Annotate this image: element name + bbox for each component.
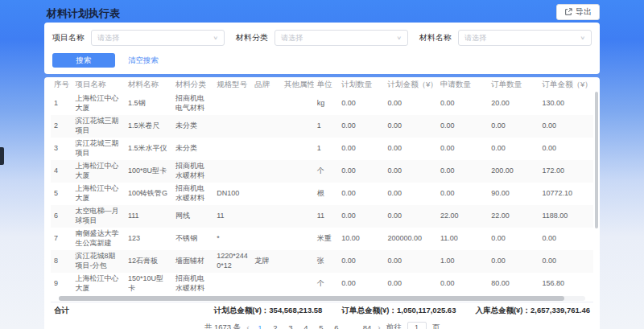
table-cell: 172.00 [539,160,594,183]
table-row[interactable]: 1上海松江中心大厦1.5钢招商机电 电气材料kg0.000.000.0020.0… [51,93,593,115]
chevron-down-icon: ∨ [213,35,218,41]
table-cell: 100*8U型卡 [125,160,172,183]
table-cell: 上海松江中心大厦 [72,273,125,295]
next-page-button[interactable]: › [378,323,381,329]
table-cell: 0.00 [385,250,437,273]
table-cell [213,138,251,160]
table-cell [213,273,251,295]
table-cell: 0.00 [539,115,594,138]
table-cell: 2 [51,115,72,138]
table-row[interactable]: 9上海松江中心大厦150*10U型卡招商机电 水暖材料个0.000.000.00… [51,273,593,295]
top-bar: 材料计划执行表 导出 [44,0,600,23]
page-button[interactable]: 4 [301,323,311,329]
table-row[interactable]: 6太空电梯—月球项目111网线11110.000.0022.0022.00118… [51,205,593,228]
clear-search-link[interactable]: 清空搜索 [128,56,159,66]
page-button[interactable]: 5 [316,323,326,329]
column-header: 品牌 [251,77,281,93]
table-row[interactable]: 2滨江花城三期项目1.5米卷尺未分类10.000.000.000.000.00 [51,115,593,138]
page-number-list: 123456...84 [255,323,372,329]
filter-material-category: 材料分类 请选择 ∨ [236,30,408,46]
table-cell [251,273,281,295]
table-cell: 0.00 [437,138,488,160]
table-cell: 80.00 [488,273,539,295]
column-header: 计划数量 [338,77,384,93]
vertical-scrollbar[interactable] [595,92,598,228]
project-name-select[interactable]: 请选择 ∨ [91,30,225,46]
column-header: 材料分类 [172,77,213,93]
table-cell: 200.00 [488,160,539,183]
table-cell [281,250,314,273]
chevron-down-icon: ∨ [580,35,585,41]
select-placeholder: 请选择 [97,33,119,43]
goto-page-input[interactable] [407,322,427,329]
table-cell: 0.00 [338,205,384,228]
table-cell: 上海松江中心大厦 [72,93,125,115]
column-header: 其他属性 [281,77,314,93]
column-header: 申请数量 [437,77,488,93]
material-name-label: 材料名称 [419,32,452,43]
table-cell: 130.00 [539,93,594,115]
table-row[interactable]: 3滨江花城三期项目1.5米水平仪未分类10.000.000.000.000.00 [51,138,593,160]
table-cell: 墙面辅材 [172,250,213,273]
table-cell: DN100 [213,183,251,205]
table-cell: 张 [314,250,339,273]
table-cell: 6 [51,205,72,228]
table-row[interactable]: 4上海松江中心大厦100*8U型卡招商机电 水暖材料个0.000.000.002… [51,160,593,183]
page-button[interactable]: 84 [362,323,372,329]
table-row[interactable]: 5上海松江中心大厦100铸铁管G招商机电 水暖材料DN100根0.000.000… [51,183,593,205]
table-cell [281,228,314,250]
page-button[interactable]: 2 [270,323,280,329]
collapsed-sidebar-handle[interactable] [0,147,4,165]
table-cell [281,138,314,160]
table-cell: 滨江花城三期项目 [72,138,125,160]
table-cell [281,205,314,228]
page-button[interactable]: 1 [255,323,265,329]
page-button[interactable]: 6 [332,323,341,329]
filter-actions: 搜索 清空搜索 [52,53,592,68]
table-cell: 0.00 [437,115,488,138]
table-cell [281,115,314,138]
table-cell: 7 [51,228,72,250]
table-row[interactable]: 7南侧盛达大学生公寓新建123不锈钢*米重10.00200000.0011.00… [51,228,593,250]
table-cell: 根 [314,183,339,205]
table-cell: 0.00 [338,160,384,183]
table-cell: 0.00 [338,250,384,273]
page-ellipsis: ... [347,323,357,329]
table-cell: 0.00 [385,138,437,160]
table-cell: 不锈钢 [172,228,213,250]
search-button[interactable]: 搜索 [52,53,115,68]
table-cell [213,160,251,183]
table-cell: 个 [314,273,339,295]
page-button[interactable]: 3 [286,323,295,329]
table-cell: 1.5米水平仪 [125,138,172,160]
table-cell [251,228,281,250]
table-cell: 1 [314,115,339,138]
pagination-total-count: 共 1673 条 [204,323,241,329]
table-cell: 200000.00 [385,228,437,250]
table-cell: 9 [51,273,72,295]
column-header: 订单数量 [488,77,539,93]
table-cell: 未分类 [172,138,213,160]
export-button[interactable]: 导出 [556,4,600,20]
table-panel: 序号项目名称材料名称材料分类规格型号品牌其他属性单位计划数量计划金额（¥）申请数… [44,77,600,329]
table-cell: 11 [314,205,339,228]
table-cell: 22.00 [488,205,539,228]
horizontal-scrollbar[interactable] [59,296,564,301]
table-cell: 10.00 [338,228,384,250]
material-category-select[interactable]: 请选择 ∨ [275,30,408,46]
table-cell: 招商机电 水暖材料 [172,273,213,295]
summary-item: 订单总金额(¥)：1,050,117,025.63 [341,306,456,316]
table-cell: 0.00 [385,183,437,205]
prev-page-button[interactable]: ‹ [246,323,250,329]
table-cell: 太空电梯—月球项目 [72,205,125,228]
material-name-select[interactable]: 请选择 ∨ [458,30,592,46]
table-cell: 0.00 [539,228,594,250]
table-cell: 0.00 [539,138,594,160]
table-cell: 1.5钢 [125,93,172,115]
table-row[interactable]: 8滨江花城8期项目-分包12石膏板墙面辅材1220*2440*12龙牌张0.00… [51,250,593,273]
filter-project: 项目名称 请选择 ∨ [52,30,225,46]
table-cell: 22.00 [437,205,488,228]
table-cell: 5 [51,183,72,205]
table-cell: 11 [213,205,251,228]
summary-row: 合计 计划总金额(¥)：354,568,213.58订单总金额(¥)：1,050… [51,302,593,319]
